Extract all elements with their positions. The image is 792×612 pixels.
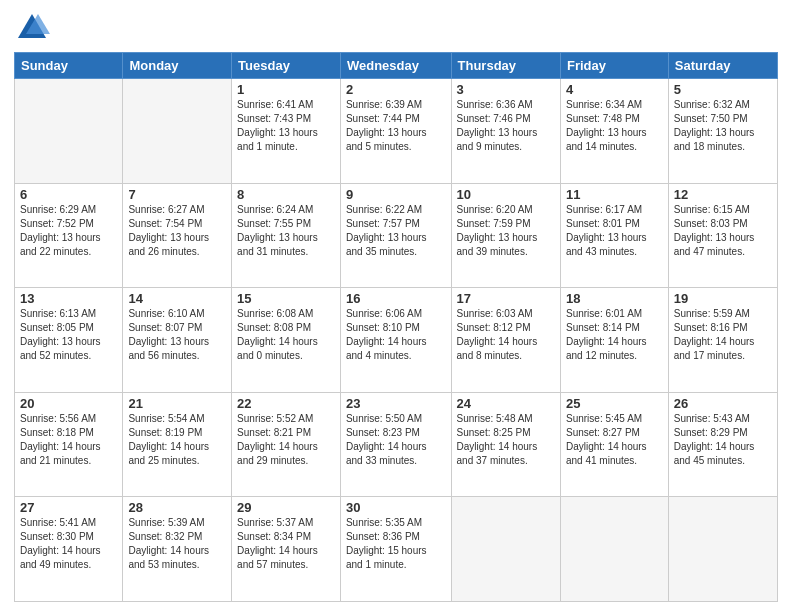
calendar-cell: 1Sunrise: 6:41 AM Sunset: 7:43 PM Daylig… <box>232 79 341 184</box>
day-number: 12 <box>674 187 772 202</box>
day-number: 4 <box>566 82 663 97</box>
day-number: 19 <box>674 291 772 306</box>
calendar-cell: 14Sunrise: 6:10 AM Sunset: 8:07 PM Dayli… <box>123 288 232 393</box>
day-number: 27 <box>20 500 117 515</box>
calendar-cell: 6Sunrise: 6:29 AM Sunset: 7:52 PM Daylig… <box>15 183 123 288</box>
calendar-cell: 29Sunrise: 5:37 AM Sunset: 8:34 PM Dayli… <box>232 497 341 602</box>
day-number: 7 <box>128 187 226 202</box>
day-number: 1 <box>237 82 335 97</box>
calendar-cell: 8Sunrise: 6:24 AM Sunset: 7:55 PM Daylig… <box>232 183 341 288</box>
calendar-body: 1Sunrise: 6:41 AM Sunset: 7:43 PM Daylig… <box>15 79 778 602</box>
calendar-cell: 15Sunrise: 6:08 AM Sunset: 8:08 PM Dayli… <box>232 288 341 393</box>
weekday-header-sunday: Sunday <box>15 53 123 79</box>
day-info: Sunrise: 6:34 AM Sunset: 7:48 PM Dayligh… <box>566 98 663 154</box>
day-info: Sunrise: 5:41 AM Sunset: 8:30 PM Dayligh… <box>20 516 117 572</box>
day-number: 22 <box>237 396 335 411</box>
day-info: Sunrise: 6:32 AM Sunset: 7:50 PM Dayligh… <box>674 98 772 154</box>
day-number: 17 <box>457 291 555 306</box>
day-info: Sunrise: 5:45 AM Sunset: 8:27 PM Dayligh… <box>566 412 663 468</box>
weekday-header-friday: Friday <box>560 53 668 79</box>
day-number: 30 <box>346 500 446 515</box>
day-info: Sunrise: 6:24 AM Sunset: 7:55 PM Dayligh… <box>237 203 335 259</box>
calendar-cell: 20Sunrise: 5:56 AM Sunset: 8:18 PM Dayli… <box>15 392 123 497</box>
day-info: Sunrise: 5:48 AM Sunset: 8:25 PM Dayligh… <box>457 412 555 468</box>
calendar-cell: 10Sunrise: 6:20 AM Sunset: 7:59 PM Dayli… <box>451 183 560 288</box>
calendar-cell: 17Sunrise: 6:03 AM Sunset: 8:12 PM Dayli… <box>451 288 560 393</box>
calendar-cell: 3Sunrise: 6:36 AM Sunset: 7:46 PM Daylig… <box>451 79 560 184</box>
calendar-cell: 22Sunrise: 5:52 AM Sunset: 8:21 PM Dayli… <box>232 392 341 497</box>
day-number: 3 <box>457 82 555 97</box>
week-row-3: 13Sunrise: 6:13 AM Sunset: 8:05 PM Dayli… <box>15 288 778 393</box>
weekday-header-tuesday: Tuesday <box>232 53 341 79</box>
calendar-cell: 24Sunrise: 5:48 AM Sunset: 8:25 PM Dayli… <box>451 392 560 497</box>
day-info: Sunrise: 6:36 AM Sunset: 7:46 PM Dayligh… <box>457 98 555 154</box>
day-number: 15 <box>237 291 335 306</box>
day-info: Sunrise: 5:35 AM Sunset: 8:36 PM Dayligh… <box>346 516 446 572</box>
day-info: Sunrise: 5:56 AM Sunset: 8:18 PM Dayligh… <box>20 412 117 468</box>
calendar-cell: 12Sunrise: 6:15 AM Sunset: 8:03 PM Dayli… <box>668 183 777 288</box>
calendar-cell: 7Sunrise: 6:27 AM Sunset: 7:54 PM Daylig… <box>123 183 232 288</box>
calendar-cell: 5Sunrise: 6:32 AM Sunset: 7:50 PM Daylig… <box>668 79 777 184</box>
week-row-4: 20Sunrise: 5:56 AM Sunset: 8:18 PM Dayli… <box>15 392 778 497</box>
calendar-cell: 25Sunrise: 5:45 AM Sunset: 8:27 PM Dayli… <box>560 392 668 497</box>
day-info: Sunrise: 6:10 AM Sunset: 8:07 PM Dayligh… <box>128 307 226 363</box>
day-number: 11 <box>566 187 663 202</box>
logo <box>14 10 54 46</box>
day-info: Sunrise: 6:29 AM Sunset: 7:52 PM Dayligh… <box>20 203 117 259</box>
day-info: Sunrise: 6:27 AM Sunset: 7:54 PM Dayligh… <box>128 203 226 259</box>
day-number: 2 <box>346 82 446 97</box>
day-number: 10 <box>457 187 555 202</box>
day-info: Sunrise: 5:39 AM Sunset: 8:32 PM Dayligh… <box>128 516 226 572</box>
calendar-cell: 21Sunrise: 5:54 AM Sunset: 8:19 PM Dayli… <box>123 392 232 497</box>
day-info: Sunrise: 6:01 AM Sunset: 8:14 PM Dayligh… <box>566 307 663 363</box>
weekday-header-monday: Monday <box>123 53 232 79</box>
calendar-cell: 18Sunrise: 6:01 AM Sunset: 8:14 PM Dayli… <box>560 288 668 393</box>
day-number: 13 <box>20 291 117 306</box>
day-info: Sunrise: 6:41 AM Sunset: 7:43 PM Dayligh… <box>237 98 335 154</box>
calendar-cell <box>123 79 232 184</box>
calendar-cell: 27Sunrise: 5:41 AM Sunset: 8:30 PM Dayli… <box>15 497 123 602</box>
week-row-2: 6Sunrise: 6:29 AM Sunset: 7:52 PM Daylig… <box>15 183 778 288</box>
calendar-cell: 9Sunrise: 6:22 AM Sunset: 7:57 PM Daylig… <box>340 183 451 288</box>
day-info: Sunrise: 5:43 AM Sunset: 8:29 PM Dayligh… <box>674 412 772 468</box>
weekday-header-saturday: Saturday <box>668 53 777 79</box>
calendar-cell <box>15 79 123 184</box>
page: SundayMondayTuesdayWednesdayThursdayFrid… <box>0 0 792 612</box>
day-info: Sunrise: 6:13 AM Sunset: 8:05 PM Dayligh… <box>20 307 117 363</box>
day-number: 25 <box>566 396 663 411</box>
day-number: 16 <box>346 291 446 306</box>
calendar-table: SundayMondayTuesdayWednesdayThursdayFrid… <box>14 52 778 602</box>
day-info: Sunrise: 6:08 AM Sunset: 8:08 PM Dayligh… <box>237 307 335 363</box>
day-number: 5 <box>674 82 772 97</box>
calendar-cell: 4Sunrise: 6:34 AM Sunset: 7:48 PM Daylig… <box>560 79 668 184</box>
day-info: Sunrise: 6:39 AM Sunset: 7:44 PM Dayligh… <box>346 98 446 154</box>
calendar-cell: 2Sunrise: 6:39 AM Sunset: 7:44 PM Daylig… <box>340 79 451 184</box>
day-number: 18 <box>566 291 663 306</box>
day-number: 9 <box>346 187 446 202</box>
weekday-row: SundayMondayTuesdayWednesdayThursdayFrid… <box>15 53 778 79</box>
day-number: 6 <box>20 187 117 202</box>
day-info: Sunrise: 6:22 AM Sunset: 7:57 PM Dayligh… <box>346 203 446 259</box>
week-row-1: 1Sunrise: 6:41 AM Sunset: 7:43 PM Daylig… <box>15 79 778 184</box>
day-number: 8 <box>237 187 335 202</box>
calendar-cell: 26Sunrise: 5:43 AM Sunset: 8:29 PM Dayli… <box>668 392 777 497</box>
day-info: Sunrise: 5:50 AM Sunset: 8:23 PM Dayligh… <box>346 412 446 468</box>
calendar-cell: 19Sunrise: 5:59 AM Sunset: 8:16 PM Dayli… <box>668 288 777 393</box>
day-info: Sunrise: 6:17 AM Sunset: 8:01 PM Dayligh… <box>566 203 663 259</box>
calendar-cell <box>451 497 560 602</box>
week-row-5: 27Sunrise: 5:41 AM Sunset: 8:30 PM Dayli… <box>15 497 778 602</box>
calendar-cell <box>668 497 777 602</box>
day-number: 29 <box>237 500 335 515</box>
day-number: 28 <box>128 500 226 515</box>
day-info: Sunrise: 6:20 AM Sunset: 7:59 PM Dayligh… <box>457 203 555 259</box>
calendar-cell: 28Sunrise: 5:39 AM Sunset: 8:32 PM Dayli… <box>123 497 232 602</box>
day-info: Sunrise: 5:52 AM Sunset: 8:21 PM Dayligh… <box>237 412 335 468</box>
day-info: Sunrise: 6:06 AM Sunset: 8:10 PM Dayligh… <box>346 307 446 363</box>
day-number: 21 <box>128 396 226 411</box>
day-info: Sunrise: 5:59 AM Sunset: 8:16 PM Dayligh… <box>674 307 772 363</box>
calendar-cell: 13Sunrise: 6:13 AM Sunset: 8:05 PM Dayli… <box>15 288 123 393</box>
day-info: Sunrise: 5:37 AM Sunset: 8:34 PM Dayligh… <box>237 516 335 572</box>
day-number: 14 <box>128 291 226 306</box>
weekday-header-thursday: Thursday <box>451 53 560 79</box>
header <box>14 10 778 46</box>
